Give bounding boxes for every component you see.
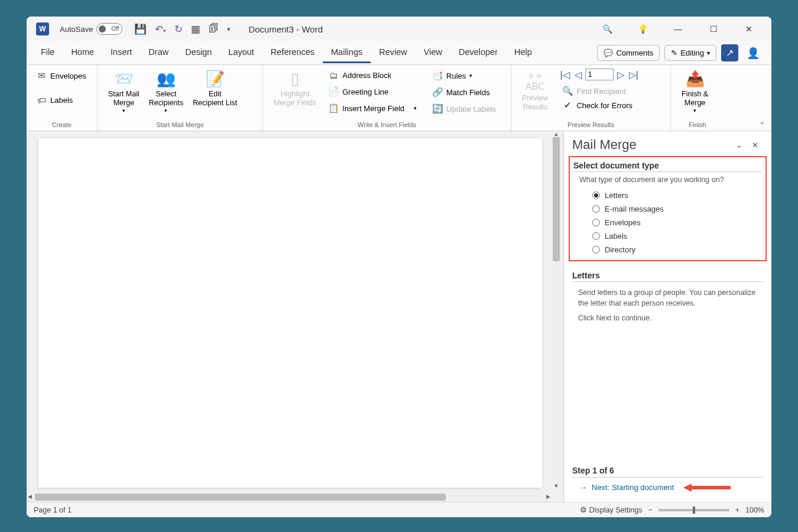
search-icon[interactable]: 🔍 xyxy=(598,24,616,34)
minimize-button[interactable]: — xyxy=(669,24,687,34)
section-prompt: What type of document are you working on… xyxy=(579,176,762,184)
vertical-scrollbar[interactable]: ▲ ▼ xyxy=(552,131,561,490)
app-window: W AutoSave Off 💾 ↶▾ ↻ ▦ 🗐 ▾ Document3 - … xyxy=(27,17,771,517)
scroll-right-icon[interactable]: ▶ xyxy=(546,494,550,499)
field-icon: 📋 xyxy=(328,103,339,113)
undo-icon[interactable]: ↶▾ xyxy=(155,23,166,35)
find-recipient-button[interactable]: 🔍Find Recipient xyxy=(559,84,639,98)
radio-directory[interactable]: Directory xyxy=(573,243,762,257)
envelopes-button[interactable]: ✉Envelopes xyxy=(33,69,90,83)
tab-view[interactable]: View xyxy=(416,43,450,63)
customize-qat-icon[interactable]: ▾ xyxy=(227,25,231,33)
select-recipients-button[interactable]: 👥Select Recipients▾ xyxy=(144,69,188,115)
radio-e-mail-messages[interactable]: E-mail messages xyxy=(573,202,762,216)
preview-results-button[interactable]: « »ABCPreview Results xyxy=(517,69,553,113)
zoom-in-button[interactable]: + xyxy=(735,506,739,514)
greeting-line-button[interactable]: 📄Greeting Line xyxy=(325,85,420,99)
finish-merge-button[interactable]: 📤Finish & Merge▾ xyxy=(677,69,713,115)
vscroll-thumb[interactable] xyxy=(553,137,560,261)
last-record-button[interactable]: ▷| xyxy=(628,69,640,80)
radio-envelopes[interactable]: Envelopes xyxy=(573,216,762,229)
insert-merge-field-button[interactable]: 📋Insert Merge Field▾ xyxy=(325,101,420,115)
tab-home[interactable]: Home xyxy=(63,43,102,63)
radio-icon xyxy=(592,219,600,226)
next-step-link[interactable]: → Next: Starting document xyxy=(572,482,763,492)
document-page[interactable] xyxy=(38,138,542,488)
find-icon: 🔍 xyxy=(562,86,573,96)
match-icon: 🔗 xyxy=(432,87,443,98)
hscroll-thumb[interactable] xyxy=(35,494,446,501)
page-indicator[interactable]: Page 1 of 1 xyxy=(34,506,72,514)
mail-merge-taskpane: Mail Merge ⌄ ✕ Select document type What… xyxy=(563,131,771,502)
comments-button[interactable]: 💬 Comments xyxy=(597,45,660,61)
radio-label: Envelopes xyxy=(605,218,641,227)
radio-labels[interactable]: Labels xyxy=(573,229,762,243)
chevron-down-icon: ▾ xyxy=(707,50,710,56)
taskpane-dropdown-icon[interactable]: ⌄ xyxy=(731,138,747,152)
labels-button[interactable]: 🏷Labels xyxy=(33,93,90,107)
doc-icon[interactable]: 🗐 xyxy=(209,23,219,35)
abc-icon: « »ABC xyxy=(525,70,545,92)
title-bar: W AutoSave Off 💾 ↶▾ ↻ ▦ 🗐 ▾ Document3 - … xyxy=(27,17,771,41)
save-icon[interactable]: 💾 xyxy=(134,23,147,35)
tab-developer[interactable]: Developer xyxy=(450,43,506,63)
zoom-out-button[interactable]: − xyxy=(648,506,652,514)
highlight-merge-fields-button[interactable]: ▯Highlight Merge Fields xyxy=(269,69,321,109)
tab-draw[interactable]: Draw xyxy=(140,43,177,63)
letters-description: Send letters to a group of people. You c… xyxy=(572,286,763,311)
letters-title: Letters xyxy=(572,271,763,282)
next-record-button[interactable]: ▷ xyxy=(616,69,625,80)
start-mail-merge-button[interactable]: 📨Start Mail Merge▾ xyxy=(103,69,144,115)
document-area: ▲ ▼ ◀ ▶ xyxy=(27,131,563,502)
lightbulb-icon[interactable]: 💡 xyxy=(634,24,651,34)
record-number-input[interactable] xyxy=(585,69,614,80)
arrow-right-icon: → xyxy=(579,483,587,492)
section-title: Select document type xyxy=(573,161,762,172)
collapse-ribbon-button[interactable]: ⌄ xyxy=(759,117,765,126)
redo-icon[interactable]: ↻ xyxy=(174,23,183,35)
match-fields-button[interactable]: 🔗Match Fields xyxy=(429,85,499,99)
mail-merge-icon: 📨 xyxy=(114,70,133,88)
radio-letters[interactable]: Letters xyxy=(573,189,762,202)
update-labels-button[interactable]: 🔄Update Labels xyxy=(429,102,499,116)
tab-layout[interactable]: Layout xyxy=(220,43,262,63)
table-icon[interactable]: ▦ xyxy=(191,23,200,35)
edit-recipient-list-button[interactable]: 📝Edit Recipient List xyxy=(188,69,242,109)
group-finish: 📤Finish & Merge▾ Finish xyxy=(671,65,724,131)
check-icon: ✔ xyxy=(562,100,573,111)
prev-record-button[interactable]: ◁ xyxy=(573,69,583,80)
account-icon[interactable]: 👤 xyxy=(747,47,760,60)
radio-icon xyxy=(592,192,600,199)
tab-references[interactable]: References xyxy=(262,43,323,63)
check-errors-button[interactable]: ✔Check for Errors xyxy=(559,98,639,112)
tab-file[interactable]: File xyxy=(33,43,63,63)
autosave-group: AutoSave Off xyxy=(60,23,122,35)
step-indicator: Step 1 of 6 xyxy=(572,466,763,478)
share-button[interactable]: ↗ xyxy=(721,44,738,61)
taskpane-close-button[interactable]: ✕ xyxy=(747,138,763,152)
tab-mailings[interactable]: Mailings xyxy=(323,43,371,63)
address-icon: 🗂 xyxy=(328,70,339,80)
maximize-button[interactable]: ☐ xyxy=(705,24,722,34)
editing-mode-button[interactable]: ✎ Editing ▾ xyxy=(664,45,716,61)
radio-label: Directory xyxy=(605,245,635,254)
scroll-down-icon[interactable]: ▼ xyxy=(553,483,560,490)
tab-insert[interactable]: Insert xyxy=(102,43,140,63)
address-block-button[interactable]: 🗂Address Block xyxy=(325,69,420,82)
zoom-level[interactable]: 100% xyxy=(745,506,764,514)
display-settings-button[interactable]: ⚙ Display Settings xyxy=(580,505,642,514)
autosave-toggle[interactable]: Off xyxy=(96,23,122,35)
scroll-left-icon[interactable]: ◀ xyxy=(28,494,32,499)
first-record-button[interactable]: |◁ xyxy=(559,69,570,80)
horizontal-scrollbar[interactable]: ◀ ▶ xyxy=(27,492,552,502)
zoom-slider[interactable] xyxy=(658,509,729,511)
tab-design[interactable]: Design xyxy=(177,43,220,63)
ribbon-tabs: FileHomeInsertDrawDesignLayoutReferences… xyxy=(27,41,771,65)
close-button[interactable]: ✕ xyxy=(740,24,758,34)
tab-review[interactable]: Review xyxy=(371,43,416,63)
tab-help[interactable]: Help xyxy=(506,43,540,63)
select-document-type-section: Select document type What type of docume… xyxy=(569,156,767,261)
radio-icon xyxy=(592,205,600,213)
rules-button[interactable]: 📑Rules▾ xyxy=(429,69,499,83)
annotation-arrow xyxy=(683,482,731,492)
